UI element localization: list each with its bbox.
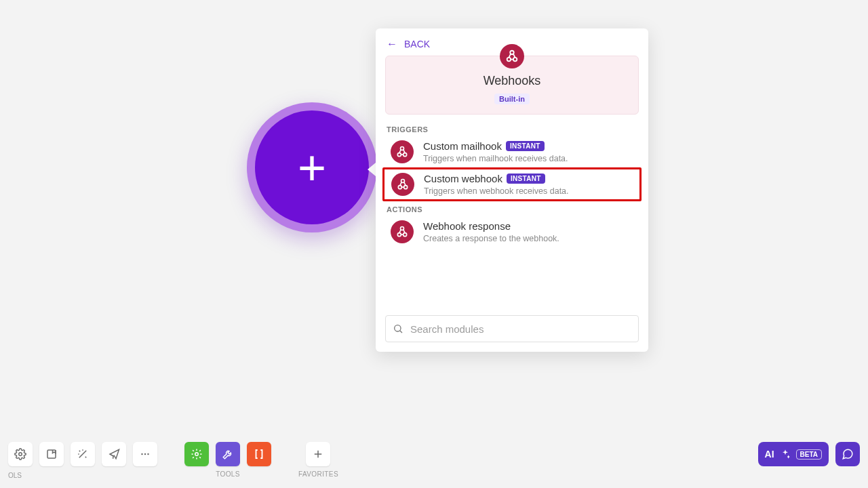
notes-button[interactable] — [39, 442, 64, 466]
explain-flow-button[interactable] — [102, 442, 126, 466]
triggers-section-label: TRIGGERS — [387, 125, 637, 134]
search-input[interactable] — [410, 323, 631, 335]
svg-point-16 — [144, 453, 146, 455]
webhooks-icon — [391, 173, 414, 196]
note-icon — [45, 448, 58, 460]
settings-button[interactable] — [8, 442, 33, 466]
trigger-custom-mailhook[interactable]: Custom mailhook INSTANT Triggers when ma… — [385, 136, 639, 167]
module-title: Custom webhook — [424, 173, 502, 184]
instant-badge: INSTANT — [506, 141, 545, 151]
add-module-node[interactable]: + — [247, 102, 377, 232]
favorites-group-label: FAVORITES — [298, 470, 338, 478]
plus-icon: + — [298, 143, 326, 192]
webhooks-icon — [500, 44, 524, 68]
webhooks-icon — [391, 140, 414, 163]
svg-point-7 — [404, 186, 408, 189]
svg-point-1 — [513, 58, 517, 62]
gear-icon — [14, 448, 26, 460]
module-title: Webhook response — [423, 220, 511, 232]
search-icon — [393, 323, 403, 334]
auto-align-button[interactable] — [71, 442, 95, 466]
svg-point-9 — [397, 233, 401, 237]
svg-point-15 — [141, 453, 142, 455]
svg-point-13 — [19, 453, 22, 456]
search-modules-field[interactable] — [385, 315, 639, 342]
panel-pointer — [368, 163, 376, 176]
gear-icon — [191, 448, 203, 460]
tools-group-label: TOOLS — [216, 470, 240, 478]
webhooks-icon — [391, 220, 414, 243]
app-title: Webhooks — [484, 74, 541, 88]
svg-rect-14 — [47, 450, 56, 458]
svg-point-0 — [507, 58, 511, 62]
back-label: BACK — [404, 39, 430, 49]
svg-point-17 — [147, 453, 149, 455]
tools-functions-button[interactable] — [216, 442, 240, 466]
beta-badge: BETA — [796, 449, 822, 460]
wrench-icon — [222, 448, 234, 460]
svg-point-6 — [398, 186, 401, 189]
instant-badge: INSTANT — [507, 174, 545, 184]
ols-label: OLS — [8, 472, 22, 479]
action-webhook-response[interactable]: Webhook response Creates a response to t… — [385, 216, 639, 247]
svg-point-18 — [195, 453, 199, 456]
tools-text-parser-button[interactable] — [247, 442, 271, 466]
add-module-node-inner: + — [255, 110, 369, 224]
ai-label: AI — [765, 449, 774, 460]
tools-flow-button[interactable] — [184, 442, 209, 466]
module-desc: Triggers when mailhook receives data. — [423, 154, 568, 163]
svg-point-3 — [397, 153, 401, 157]
arrow-left-icon: ← — [387, 38, 397, 50]
module-title: Custom mailhook — [423, 140, 502, 152]
add-favorite-button[interactable] — [306, 442, 330, 466]
actions-section-label: ACTIONS — [387, 205, 637, 214]
app-header-card: Webhooks Built-in — [385, 56, 639, 115]
chat-icon — [842, 448, 854, 460]
ellipsis-icon — [139, 448, 151, 460]
svg-point-10 — [403, 233, 407, 237]
svg-point-4 — [403, 153, 407, 157]
plus-icon — [312, 448, 324, 460]
brackets-icon — [253, 448, 265, 460]
module-picker-panel: ← BACK Webhooks Built-in TRIGGERS Custom… — [376, 28, 648, 352]
trigger-custom-webhook[interactable]: Custom webhook INSTANT Triggers when web… — [382, 167, 642, 201]
module-desc: Creates a response to the webhook. — [423, 234, 559, 243]
plane-icon — [108, 448, 120, 460]
svg-point-12 — [395, 325, 401, 331]
more-button[interactable] — [133, 442, 157, 466]
module-desc: Triggers when webhook receives data. — [424, 186, 569, 196]
bottom-toolbar: OLS TOOLS — [0, 442, 868, 479]
builtin-tag: Built-in — [494, 94, 530, 104]
help-button[interactable] — [835, 442, 860, 466]
sparkle-icon — [780, 449, 791, 460]
wand-icon — [77, 448, 89, 460]
ai-assistant-button[interactable]: AI BETA — [758, 442, 829, 466]
